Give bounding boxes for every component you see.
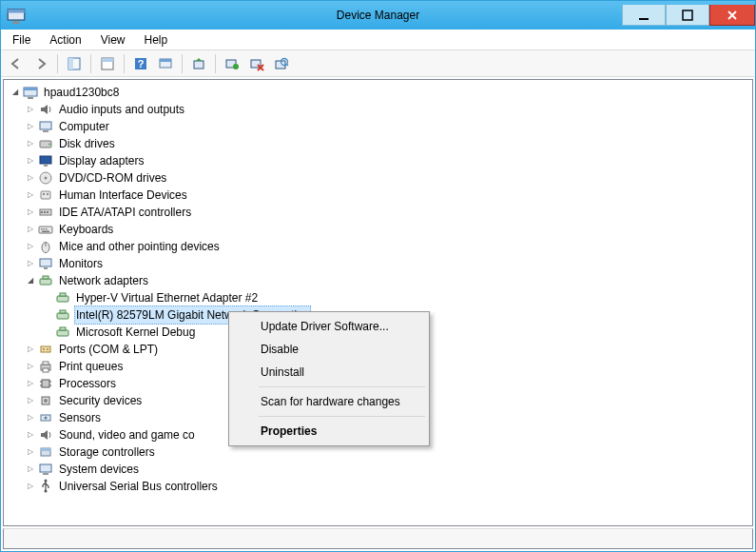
titlebar[interactable]: Device Manager [1,1,755,30]
enable-button[interactable] [221,52,243,75]
device-tree-panel[interactable]: hpaud1230bc8Audio inputs and outputsComp… [3,79,753,526]
svg-point-55 [43,348,45,350]
tree-item-label: Sensors [57,409,103,426]
tree-category[interactable]: Computer [6,118,750,135]
menu-view[interactable]: View [93,31,133,49]
usb-icon [38,479,53,494]
svg-rect-35 [44,211,46,213]
expand-arrow[interactable] [23,136,38,151]
svg-rect-47 [43,276,48,279]
context-scan[interactable]: Scan for hardware changes [232,390,426,413]
expand-arrow[interactable] [23,410,38,425]
tree-device[interactable]: Hyper-V Virtual Ethernet Adapter #2 [6,289,750,306]
computer-icon [38,119,53,134]
close-button[interactable] [709,5,755,26]
processor-icon [38,376,53,391]
network-device-icon [55,290,70,306]
tree-item-label: Keyboards [57,221,115,238]
svg-rect-71 [40,464,51,472]
tree-category[interactable]: DVD/CD-ROM drives [6,169,750,187]
expand-arrow[interactable] [23,462,38,477]
app-icon [7,6,26,25]
properties-button[interactable] [96,52,119,75]
svg-rect-40 [46,228,48,230]
storage-icon [38,444,53,460]
expand-arrow[interactable] [23,153,38,168]
svg-point-29 [45,177,48,180]
uninstall-button[interactable] [245,52,268,75]
tree-category[interactable]: Universal Serial Bus controllers [6,478,750,495]
toolbar-separator [90,54,91,73]
expand-arrow[interactable] [23,119,38,134]
tree-category[interactable]: Mice and other pointing devices [6,238,750,255]
menu-help[interactable]: Help [137,31,176,49]
menu-action[interactable]: Action [42,31,88,49]
tree-category[interactable]: Audio inputs and outputs [6,101,750,118]
tree-item-label: Sound, video and game co [57,426,197,444]
printer-icon [38,359,53,374]
expand-arrow[interactable] [23,187,38,203]
maximize-button[interactable] [666,5,709,26]
monitor-icon [38,256,53,271]
expand-arrow[interactable] [23,273,38,288]
tree-item-label: Processors [57,375,118,392]
svg-rect-1 [8,10,25,13]
expand-arrow[interactable] [23,102,38,117]
context-disable[interactable]: Disable [232,338,426,361]
tree-category[interactable]: Network adapters [6,272,750,289]
svg-point-73 [45,480,48,483]
scan-button[interactable] [154,52,177,75]
svg-point-66 [44,399,48,403]
expand-arrow[interactable] [23,170,38,186]
svg-rect-72 [43,473,48,475]
expand-arrow[interactable] [23,359,38,374]
menu-file[interactable]: File [5,31,38,49]
svg-rect-46 [40,279,51,285]
back-button[interactable] [5,52,28,75]
expand-arrow[interactable] [23,444,38,460]
context-uninstall[interactable]: Uninstall [232,361,426,384]
svg-rect-39 [44,228,46,230]
expand-arrow[interactable] [8,85,23,100]
toolbar-separator [57,54,58,73]
minimize-button[interactable] [622,5,666,26]
expand-arrow[interactable] [23,239,38,254]
expand-arrow[interactable] [23,205,38,220]
device-manager-window: Device Manager File Action View Help ? h… [0,0,756,552]
expand-arrow[interactable] [23,342,38,357]
show-hidden-button[interactable] [63,52,86,75]
tree-category[interactable]: Monitors [6,255,750,272]
svg-rect-30 [41,191,50,199]
hid-icon [38,187,53,203]
tree-category[interactable]: Keyboards [6,221,750,238]
svg-rect-23 [43,130,48,132]
tree-category[interactable]: Human Interface Devices [6,187,750,204]
expand-arrow[interactable] [23,393,38,408]
svg-rect-12 [160,59,171,62]
svg-rect-45 [44,267,48,269]
help-button[interactable]: ? [129,52,152,75]
svg-rect-52 [57,330,68,336]
tree-category[interactable]: Display adapters [6,152,750,169]
expand-arrow[interactable] [23,376,38,391]
expand-arrow[interactable] [23,222,38,237]
forward-button[interactable] [29,52,52,75]
svg-rect-2 [12,21,20,24]
context-update-driver[interactable]: Update Driver Software... [232,315,426,338]
tree-root[interactable]: hpaud1230bc8 [6,84,750,101]
svg-rect-70 [41,448,50,451]
tree-item-label: IDE ATA/ATAPI controllers [57,204,193,221]
scan-hardware-button[interactable] [270,52,293,75]
update-driver-button[interactable] [187,52,210,75]
optical-icon [38,170,53,186]
tree-category[interactable]: IDE ATA/ATAPI controllers [6,204,750,221]
tree-category[interactable]: Disk drives [6,135,750,152]
tree-item-label: Human Interface Devices [57,187,189,204]
svg-rect-8 [102,58,113,62]
expand-arrow[interactable] [23,256,38,271]
expand-arrow[interactable] [23,427,38,443]
expand-arrow[interactable] [23,479,38,494]
menubar: File Action View Help [1,30,755,50]
tree-category[interactable]: System devices [6,461,750,478]
context-properties[interactable]: Properties [232,420,426,443]
